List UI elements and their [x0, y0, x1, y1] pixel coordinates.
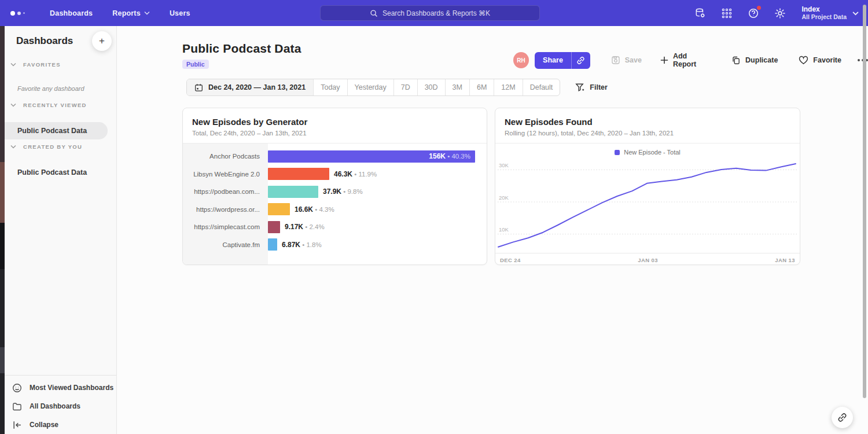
- bar-segment[interactable]: [268, 168, 329, 180]
- bar-chart-header[interactable]: New Episodes by Generator Total, Dec 24t…: [183, 108, 487, 144]
- save-label: Save: [625, 56, 642, 64]
- nav-item-users[interactable]: Users: [170, 9, 190, 17]
- y-tick-label: 30K: [499, 162, 509, 168]
- chevron-down-icon: [144, 11, 150, 15]
- favorite-button[interactable]: Favorite: [799, 56, 841, 65]
- main-content: Public Podcast Data Public RH Share: [117, 26, 868, 434]
- apps-grid-icon[interactable]: [720, 7, 733, 20]
- sidebar-section-favorites[interactable]: FAVORITES: [5, 61, 116, 68]
- public-badge: Public: [182, 60, 209, 69]
- bar-chart-title: New Episodes by Generator: [192, 117, 477, 127]
- nav-menu: DashboardsReportsUsers: [50, 9, 190, 17]
- project-switcher[interactable]: Index All Project Data: [801, 5, 859, 21]
- preset-12m[interactable]: 12M: [494, 79, 522, 95]
- background-window-edge: [0, 26, 5, 434]
- sidebar-footer-all-dashboards[interactable]: All Dashboards: [5, 397, 116, 415]
- preset-3m[interactable]: 3M: [445, 79, 469, 95]
- search-placeholder: Search Dashboards & Reports ⌘K: [382, 9, 490, 17]
- bar-percent: • 40.3%: [446, 153, 470, 160]
- link-icon: [576, 56, 585, 65]
- bar-row: https://podbean.com...37.9K • 9.8%: [183, 183, 487, 201]
- search-icon: [370, 9, 378, 17]
- sidebar-item-public-podcast-data[interactable]: Public Podcast Data: [5, 164, 87, 181]
- bar-row: Libsyn WebEngine 2.046.3K • 11.9%: [183, 165, 487, 183]
- link-icon: [837, 413, 847, 422]
- bar-row: https://wordpress.or...16.6K • 4.3%: [183, 201, 487, 219]
- settings-gear-icon[interactable]: [774, 7, 786, 20]
- bar-value: 16.6K: [295, 205, 313, 214]
- search-input[interactable]: Search Dashboards & Reports ⌘K: [320, 5, 540, 21]
- bar-category-label: https://wordpress.or...: [183, 206, 268, 213]
- bar-percent: • 2.4%: [303, 223, 325, 230]
- sidebar-title: Dashboards: [16, 35, 73, 47]
- bar-value-label: 37.9K • 9.8%: [323, 187, 363, 196]
- bar-chart-body: Anchor Podcasts156K • 40.3%Libsyn WebEng…: [183, 144, 487, 264]
- bar-segment[interactable]: [268, 238, 277, 251]
- duplicate-button[interactable]: Duplicate: [731, 56, 778, 65]
- sidebar-item-public-podcast-data[interactable]: Public Podcast Data: [5, 122, 108, 139]
- preset-yesterday[interactable]: Yesterday: [347, 79, 393, 95]
- preset-7d[interactable]: 7D: [393, 79, 417, 95]
- save-icon: [611, 56, 620, 65]
- date-range-label: Dec 24, 2020 — Jan 13, 2021: [208, 83, 306, 91]
- save-button[interactable]: Save: [611, 56, 642, 65]
- line-series[interactable]: [498, 164, 796, 247]
- nav-item-dashboards[interactable]: Dashboards: [50, 9, 93, 17]
- filter-button[interactable]: Filter: [575, 83, 608, 92]
- bar-value-label: 16.6K • 4.3%: [295, 205, 334, 214]
- favorite-label: Favorite: [813, 56, 841, 64]
- x-tick-start: DEC 24: [500, 257, 521, 263]
- section-label: CREATED BY YOU: [23, 144, 82, 150]
- bar-segment[interactable]: [268, 186, 318, 198]
- sidebar-section-created-by-you[interactable]: CREATED BY YOU: [5, 144, 116, 150]
- nav-item-reports[interactable]: Reports: [112, 9, 150, 17]
- section-label: RECENTLY VIEWED: [23, 102, 87, 108]
- legend-label: New Episode - Total: [624, 149, 681, 156]
- line-chart-title: New Episodes Found: [505, 117, 790, 127]
- sidebar-footer-most-viewed-dashboards[interactable]: Most Viewed Dashboards: [5, 378, 116, 397]
- bar-category-label: https://simplecast.com: [183, 223, 268, 230]
- section-label: FAVORITES: [23, 61, 61, 68]
- add-report-label: Add Report: [673, 52, 711, 68]
- preset-today[interactable]: Today: [313, 79, 347, 95]
- nav-item-label: Reports: [112, 9, 141, 17]
- sidebar-footer-collapse[interactable]: Collapse: [5, 415, 116, 434]
- bar-percent: • 4.3%: [313, 206, 334, 213]
- preset-30d[interactable]: 30D: [417, 79, 445, 95]
- share-button[interactable]: Share: [535, 52, 590, 69]
- x-tick-end: JAN 13: [775, 257, 795, 263]
- preset-6m[interactable]: 6M: [469, 79, 494, 95]
- share-label[interactable]: Share: [535, 52, 571, 69]
- bar-segment[interactable]: [268, 203, 290, 215]
- chart-legend[interactable]: New Episode - Total: [495, 146, 800, 159]
- sidebar: Dashboards + FAVORITESFavorite any dashb…: [5, 26, 117, 434]
- date-range-button[interactable]: Dec 24, 2020 — Jan 13, 2021: [187, 79, 313, 95]
- copy-link-button[interactable]: [571, 52, 590, 69]
- line-chart-header[interactable]: New Episodes Found Rolling (12 hours), t…: [495, 108, 800, 144]
- avatar[interactable]: RH: [513, 52, 529, 68]
- bar-zone: 37.9K • 9.8%: [268, 186, 487, 198]
- bar-zone: 6.87K • 1.8%: [268, 238, 487, 251]
- sidebar-section-recently-viewed[interactable]: RECENTLY VIEWED: [5, 102, 116, 108]
- line-chart-subtitle: Rolling (12 hours), total, Dec 24th, 202…: [505, 130, 790, 137]
- collapse-icon: [12, 420, 22, 430]
- bar-value-label: 46.3K • 11.9%: [334, 170, 377, 178]
- add-report-button[interactable]: Add Report: [660, 52, 711, 68]
- date-toolbar: Dec 24, 2020 — Jan 13, 2021 TodayYesterd…: [186, 79, 608, 96]
- add-dashboard-button[interactable]: +: [92, 31, 112, 51]
- bar-segment[interactable]: 156K • 40.3%: [268, 150, 475, 163]
- bar-value-label: 156K • 40.3%: [429, 150, 470, 163]
- header-actions: RH Share Save: [513, 52, 868, 69]
- y-tick-label: 10K: [499, 226, 509, 233]
- bar-row: Captivate.fm6.87K • 1.8%: [183, 236, 487, 254]
- data-management-icon[interactable]: [694, 7, 707, 20]
- mixpanel-logo-icon[interactable]: [10, 11, 34, 16]
- project-name: Index: [801, 5, 847, 13]
- floating-share-link-button[interactable]: [832, 407, 853, 428]
- preset-default[interactable]: Default: [523, 79, 560, 95]
- footer-item-label: All Dashboards: [30, 402, 80, 410]
- help-icon[interactable]: [747, 7, 760, 20]
- line-plot[interactable]: 10K20K30K: [498, 162, 797, 253]
- page-scrollbar-thumb[interactable]: [863, 5, 866, 398]
- bar-segment[interactable]: [268, 221, 280, 233]
